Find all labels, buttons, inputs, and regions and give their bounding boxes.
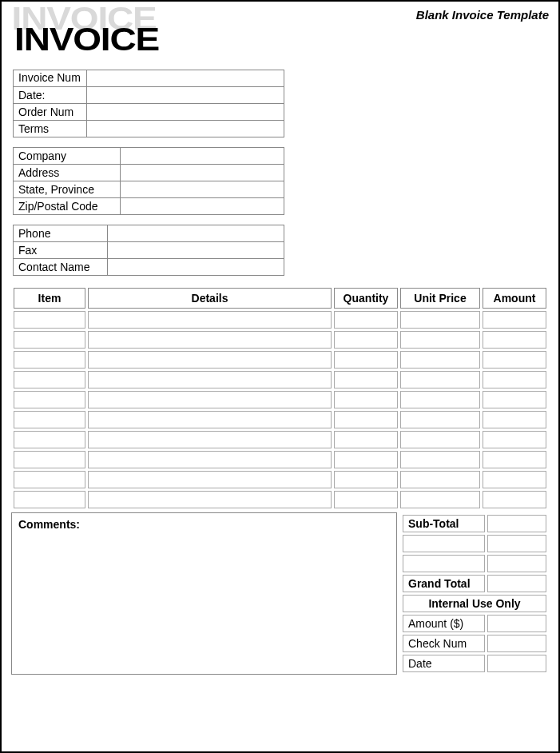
fax-label: Fax bbox=[14, 242, 108, 258]
cell-unit_price[interactable] bbox=[400, 431, 480, 448]
address-label: Address bbox=[14, 165, 121, 181]
contact-label: Contact Name bbox=[14, 259, 108, 275]
cell-details[interactable] bbox=[88, 311, 332, 329]
phone-field[interactable] bbox=[108, 225, 284, 241]
cell-amount[interactable] bbox=[483, 451, 546, 468]
cell-quantity[interactable] bbox=[334, 411, 398, 428]
comments-box[interactable]: Comments: bbox=[11, 512, 397, 675]
internal-amount-field[interactable] bbox=[487, 615, 546, 632]
table-row bbox=[14, 431, 546, 448]
cell-amount[interactable] bbox=[483, 411, 546, 428]
date-field[interactable] bbox=[87, 87, 284, 103]
contact-info-block: Phone Fax Contact Name bbox=[13, 225, 284, 276]
cell-quantity[interactable] bbox=[334, 351, 398, 369]
internal-date-field[interactable] bbox=[487, 655, 546, 672]
cell-amount[interactable] bbox=[483, 391, 546, 408]
order-num-label: Order Num bbox=[14, 104, 87, 120]
cell-amount[interactable] bbox=[483, 491, 546, 508]
cell-unit_price[interactable] bbox=[400, 371, 480, 388]
cell-quantity[interactable] bbox=[334, 451, 398, 468]
state-label: State, Province bbox=[14, 181, 121, 197]
cell-unit_price[interactable] bbox=[400, 351, 480, 369]
internal-check-field[interactable] bbox=[487, 635, 546, 652]
cell-item[interactable] bbox=[14, 491, 85, 508]
cell-quantity[interactable] bbox=[334, 491, 398, 508]
table-row bbox=[14, 451, 546, 468]
subtotal-label: Sub-Total bbox=[403, 515, 485, 532]
cell-quantity[interactable] bbox=[334, 311, 398, 329]
cell-details[interactable] bbox=[88, 431, 332, 448]
col-header-quantity: Quantity bbox=[334, 288, 398, 309]
cell-details[interactable] bbox=[88, 471, 332, 488]
state-field[interactable] bbox=[121, 181, 284, 197]
cell-quantity[interactable] bbox=[334, 331, 398, 349]
col-header-amount: Amount bbox=[483, 288, 546, 309]
totals-blank1-field[interactable] bbox=[487, 535, 546, 552]
table-row bbox=[14, 491, 546, 508]
col-header-unit-price: Unit Price bbox=[400, 288, 480, 309]
cell-item[interactable] bbox=[14, 451, 85, 468]
cell-details[interactable] bbox=[88, 351, 332, 369]
internal-use-label: Internal Use Only bbox=[403, 595, 546, 612]
subtotal-field[interactable] bbox=[487, 515, 546, 532]
table-row bbox=[14, 371, 546, 388]
address-field[interactable] bbox=[121, 165, 284, 181]
cell-amount[interactable] bbox=[483, 371, 546, 388]
invoice-num-field[interactable] bbox=[87, 70, 284, 86]
cell-item[interactable] bbox=[14, 431, 85, 448]
table-row bbox=[14, 411, 546, 428]
zip-label: Zip/Postal Code bbox=[14, 198, 121, 214]
cell-details[interactable] bbox=[88, 411, 332, 428]
cell-item[interactable] bbox=[14, 351, 85, 369]
cell-unit_price[interactable] bbox=[400, 471, 480, 488]
cell-details[interactable] bbox=[88, 491, 332, 508]
cell-quantity[interactable] bbox=[334, 471, 398, 488]
terms-label: Terms bbox=[14, 121, 87, 137]
cell-unit_price[interactable] bbox=[400, 331, 480, 349]
date-label: Date: bbox=[14, 87, 87, 103]
internal-amount-label: Amount ($) bbox=[403, 615, 485, 632]
cell-unit_price[interactable] bbox=[400, 311, 480, 329]
cell-item[interactable] bbox=[14, 331, 85, 349]
totals-blank2-field[interactable] bbox=[487, 555, 546, 572]
cell-quantity[interactable] bbox=[334, 391, 398, 408]
internal-date-label: Date bbox=[403, 655, 485, 672]
grand-total-label: Grand Total bbox=[403, 575, 485, 592]
order-num-field[interactable] bbox=[87, 104, 284, 120]
totals-blank1-label[interactable] bbox=[403, 535, 485, 552]
cell-amount[interactable] bbox=[483, 331, 546, 349]
cell-amount[interactable] bbox=[483, 311, 546, 329]
phone-label: Phone bbox=[14, 225, 108, 241]
cell-unit_price[interactable] bbox=[400, 451, 480, 468]
totals-blank2-label[interactable] bbox=[403, 555, 485, 572]
cell-amount[interactable] bbox=[483, 471, 546, 488]
cell-amount[interactable] bbox=[483, 351, 546, 369]
cell-details[interactable] bbox=[88, 371, 332, 388]
terms-field[interactable] bbox=[87, 121, 284, 137]
cell-item[interactable] bbox=[14, 371, 85, 388]
cell-quantity[interactable] bbox=[334, 371, 398, 388]
cell-item[interactable] bbox=[14, 471, 85, 488]
cell-item[interactable] bbox=[14, 311, 85, 329]
grand-total-field[interactable] bbox=[487, 575, 546, 592]
company-field[interactable] bbox=[121, 148, 284, 164]
cell-amount[interactable] bbox=[483, 431, 546, 448]
cell-unit_price[interactable] bbox=[400, 491, 480, 508]
table-row bbox=[14, 331, 546, 349]
company-info-block: Company Address State, Province Zip/Post… bbox=[13, 147, 284, 215]
cell-item[interactable] bbox=[14, 411, 85, 428]
col-header-item: Item bbox=[14, 288, 85, 309]
cell-details[interactable] bbox=[88, 331, 332, 349]
contact-field[interactable] bbox=[108, 259, 284, 275]
cell-unit_price[interactable] bbox=[400, 411, 480, 428]
cell-details[interactable] bbox=[88, 391, 332, 408]
table-row bbox=[14, 391, 546, 408]
cell-quantity[interactable] bbox=[334, 431, 398, 448]
totals-column: Sub-Total Grand Total Internal Use Only bbox=[400, 512, 549, 675]
cell-unit_price[interactable] bbox=[400, 391, 480, 408]
invoice-info-block: Invoice Num Date: Order Num Terms bbox=[13, 70, 284, 137]
cell-item[interactable] bbox=[14, 391, 85, 408]
zip-field[interactable] bbox=[121, 198, 284, 214]
cell-details[interactable] bbox=[88, 451, 332, 468]
fax-field[interactable] bbox=[108, 242, 284, 258]
